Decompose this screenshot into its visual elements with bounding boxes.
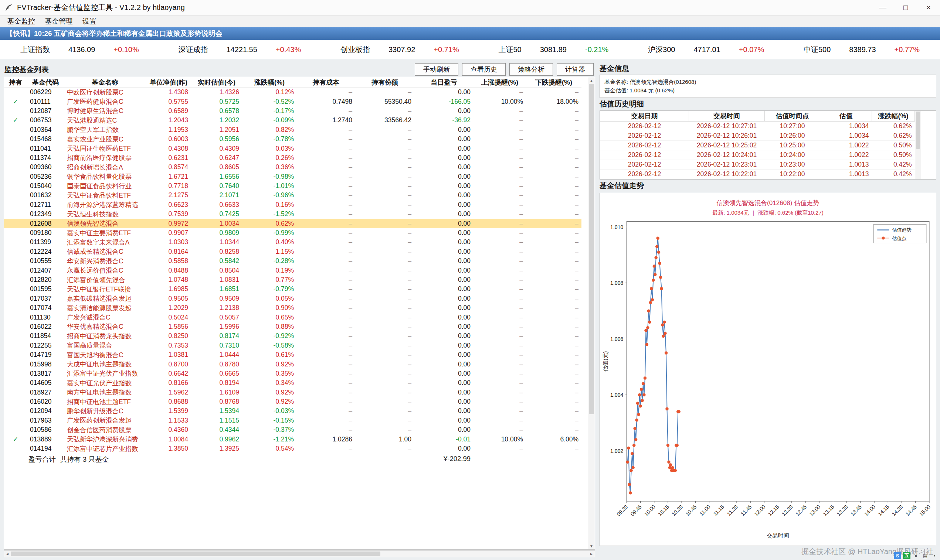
fund-cell: 011130 (27, 312, 64, 322)
menu-fund-manage[interactable]: 基金管理 (40, 15, 78, 27)
fund-row[interactable]: 012224信诚成长精选混合C0.81640.82581.15%––0.00–– (4, 247, 581, 256)
horizontal-scroll-track[interactable] (11, 551, 588, 557)
fund-row[interactable]: 012711前海开源沪港深蓝筹精选0.66230.66330.16%––0.00… (4, 200, 581, 209)
fund-row[interactable]: 001595天弘中证银行ETF联接1.69851.6851-0.79%––0.0… (4, 285, 581, 294)
history-row[interactable]: 2026-02-122026-02-12 10:24:0110:24:001.0… (600, 150, 915, 160)
fund-column-header[interactable]: 当日盈亏 (415, 77, 473, 88)
fund-row[interactable]: 011399汇添富数字未来混合A1.03031.03440.40%––0.00–… (4, 237, 581, 247)
scroll-up-arrow-icon[interactable]: ▲ (588, 77, 595, 84)
fund-row[interactable]: 012608信澳领先智选混合0.99721.00340.62%––0.00–– (4, 219, 581, 228)
fund-cell: 1.5856 (146, 322, 191, 331)
history-scroll-thumb[interactable] (916, 112, 920, 149)
tray-moon-icon[interactable]: ● (912, 552, 920, 559)
fund-row[interactable]: 017074嘉实清洁能源股票发起1.20291.21380.90%––0.00–… (4, 303, 581, 312)
fund-column-header[interactable]: 下跌提醒(%) (526, 77, 581, 88)
fund-column-header[interactable]: 基金名称 (64, 77, 146, 88)
menu-settings[interactable]: 设置 (78, 15, 101, 27)
fund-row[interactable]: 011854招商中证消费龙头指数0.82500.8174-0.92%––0.00… (4, 331, 581, 341)
fund-column-header[interactable]: 基金代码 (27, 77, 64, 88)
fund-row[interactable]: 009360招商创新增长混合A0.85740.86050.36%––0.00–– (4, 163, 581, 172)
fund-row[interactable]: 010586创金合信医药消费股票0.43600.4344-0.37%––0.00… (4, 425, 581, 434)
manual-refresh-button[interactable]: 手动刷新 (415, 63, 458, 76)
fund-row[interactable]: 015040国泰国证食品饮料行业0.77180.7640-1.01%––0.00… (4, 182, 581, 191)
fund-row[interactable]: 012087博时健康生活混合C0.65890.6578-0.17%––0.00–… (4, 106, 581, 115)
history-row[interactable]: 2026-02-122026-02-12 10:27:0110:27:001.0… (600, 121, 915, 131)
tray-keyboard-icon[interactable]: ▤ (922, 552, 929, 559)
minimize-button[interactable]: — (871, 0, 894, 15)
scroll-down-arrow-icon[interactable]: ▼ (588, 543, 595, 549)
fund-column-header[interactable]: 持有成本 (297, 77, 355, 88)
sogou-input-icon[interactable]: S (894, 552, 901, 559)
wubi-mode-icon[interactable]: 五 (903, 552, 911, 559)
fund-row[interactable]: 017963广发医药创新混合发起1.15331.1515-0.15%––0.00… (4, 416, 581, 425)
fund-cell: 0.8166 (146, 378, 191, 388)
close-button[interactable]: × (917, 0, 940, 15)
menu-fund-monitor[interactable]: 基金监控 (2, 15, 40, 27)
fund-column-header[interactable]: 持有份额 (355, 77, 415, 88)
fund-row[interactable]: 013817汇添富中证光伏产业指数0.66420.66650.35%––0.00… (4, 369, 581, 378)
horizontal-scroll-thumb[interactable] (11, 551, 381, 556)
fund-column-header[interactable]: 涨跌幅(%) (242, 77, 297, 88)
scroll-left-arrow-icon[interactable]: ◄ (4, 551, 11, 557)
fund-cell: 0.5057 (191, 312, 242, 322)
fund-row[interactable]: 015998大成中证电池主题指数0.87000.87800.92%––0.00–… (4, 359, 581, 369)
tray-menu-icon[interactable]: ▪ (931, 552, 938, 559)
fund-cell: – (355, 285, 415, 294)
history-row[interactable]: 2026-02-122026-02-12 10:25:0210:25:001.0… (600, 140, 915, 150)
history-row[interactable]: 2026-02-122026-02-12 10:26:0110:26:001.0… (600, 131, 915, 140)
fund-column-header[interactable]: 实时估值(今) (191, 77, 242, 88)
fund-row[interactable]: 011041天弘国证生物医药ETF0.43080.43090.03%––0.00… (4, 144, 581, 153)
fund-row[interactable]: 015468嘉实农业产业股票C0.60030.5956-0.78%––0.00–… (4, 134, 581, 144)
calculator-button[interactable]: 计算器 (557, 63, 594, 76)
history-row[interactable]: 2026-02-122026-02-12 10:22:0110:22:001.0… (600, 169, 915, 179)
strategy-analysis-button[interactable]: 策略分析 (509, 63, 553, 76)
history-column-header[interactable]: 涨跌幅(%) (872, 111, 915, 121)
fund-row[interactable]: 011374招商前沿医疗保健股票0.62310.62470.26%––0.00–… (4, 153, 581, 163)
fund-column-header[interactable]: 持有 (4, 77, 27, 88)
fund-row[interactable]: 006229中欧医疗创新股票C1.43081.43260.12%––0.00–– (4, 88, 581, 97)
view-history-button[interactable]: 查看历史 (462, 63, 505, 76)
fund-row[interactable]: 010555华安新兴消费混合C0.58580.5842-0.28%––0.00–… (4, 256, 581, 266)
vertical-scroll-track[interactable] (588, 84, 595, 543)
fund-row[interactable]: 012094鹏华创新升级混合C1.53991.5394-0.03%––0.00–… (4, 406, 581, 415)
fund-table-vertical-scrollbar[interactable]: ▲ ▼ (588, 77, 595, 549)
scroll-right-arrow-icon[interactable]: ► (588, 551, 595, 557)
fund-row[interactable]: 009180嘉实中证主要消费ETF0.99070.9809-0.99%––0.0… (4, 228, 581, 237)
fund-row[interactable]: 011130广发兴诚混合C0.50240.50570.65%––0.00–– (4, 312, 581, 322)
fund-row[interactable]: 005236银华食品饮料量化股票1.67211.6556-0.98%––0.00… (4, 172, 581, 182)
fund-row[interactable]: 014719富国天旭均衡混合C1.03811.04440.61%––0.00–– (4, 350, 581, 359)
vertical-scroll-thumb[interactable] (589, 84, 594, 414)
x-tick-label: 11:45 (740, 503, 753, 517)
fund-row[interactable]: 017037嘉实低碳精选混合发起0.95050.95090.05%––0.00–… (4, 294, 581, 303)
history-column-header[interactable]: 交易日期 (600, 111, 689, 121)
history-column-header[interactable]: 估值 (820, 111, 872, 121)
fund-column-header[interactable]: 单位净值(昨) (146, 77, 191, 88)
fund-row[interactable]: ✓013889天弘新华沪港深新兴消费1.00840.9962-1.21%1.02… (4, 434, 581, 444)
fund-cell (4, 153, 27, 163)
fund-row[interactable]: ✓010111广发医药健康混合C0.57550.5725-0.52%0.7498… (4, 97, 581, 106)
fund-column-header[interactable]: 上涨提醒(%) (473, 77, 526, 88)
maximize-button[interactable]: □ (894, 0, 917, 15)
fund-row[interactable]: ✓006753天弘港股通精选C1.20431.2032-0.09%1.27403… (4, 115, 581, 125)
fund-row[interactable]: 012407永赢长远价值混合C0.84880.85040.19%––0.00–– (4, 266, 581, 275)
fund-row[interactable]: 016022华安优嘉精选混合C1.58561.59960.88%––0.00–– (4, 322, 581, 331)
fund-row[interactable]: 012349天弘恒生科技指数0.75390.7425-1.52%––0.00–– (4, 209, 581, 219)
fund-cell: 1.1953 (146, 125, 191, 134)
fund-cell: – (355, 209, 415, 219)
history-vertical-scrollbar[interactable] (915, 111, 921, 179)
fund-row[interactable]: 014605嘉实中证光伏产业指数0.81660.81940.34%––0.00–… (4, 378, 581, 388)
index-name: 上证指数 (20, 45, 50, 55)
fund-row[interactable]: 018927南方中证电池主题指数1.59621.61090.92%––0.00–… (4, 388, 581, 397)
history-row[interactable]: 2026-02-122026-02-12 10:23:0110:23:001.0… (600, 160, 915, 169)
fund-row[interactable]: 014194汇添富中证芯片产业指数1.38501.39250.54%––0.00… (4, 444, 581, 453)
fund-cell: 0.34% (242, 378, 297, 388)
fund-row[interactable]: 001632天弘中证食品饮料ETF2.12752.1071-0.96%––0.0… (4, 191, 581, 200)
fund-row[interactable]: 010364鹏华空天军工指数1.19531.20510.82%––0.00–– (4, 125, 581, 134)
fund-row[interactable]: 016020招商中证电池主题ETF0.86880.87680.92%––0.00… (4, 397, 581, 406)
fund-row[interactable]: 012820汇添富价值领先混合1.07481.08310.77%––0.00–– (4, 275, 581, 285)
history-column-header[interactable]: 估值时间点 (765, 111, 820, 121)
history-column-header[interactable]: 交易时间 (689, 111, 765, 121)
fund-table-horizontal-scrollbar[interactable]: ◄ ► (4, 551, 595, 557)
fund-cell: – (526, 256, 581, 266)
fund-row[interactable]: 012255富国高质量混合0.73530.7310-0.58%––0.00–– (4, 341, 581, 350)
